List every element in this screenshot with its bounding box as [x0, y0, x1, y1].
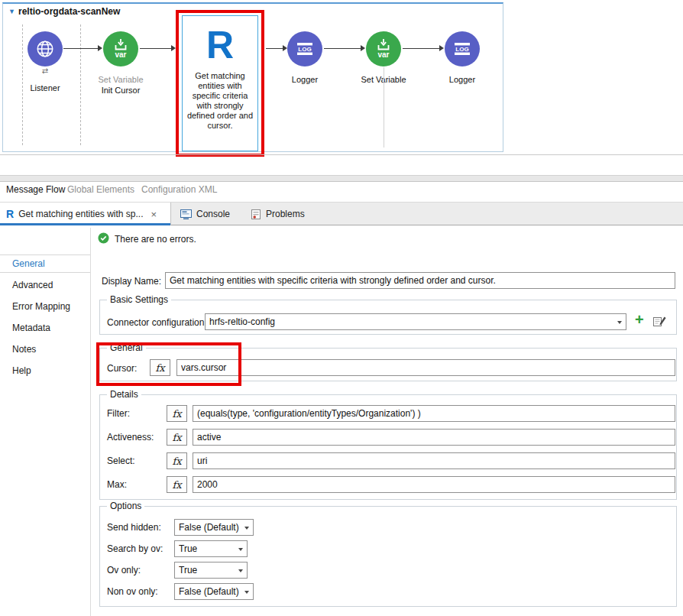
sidebar-item-general[interactable]: General	[12, 258, 45, 269]
flow-connector	[266, 48, 283, 49]
filter-fx-button[interactable]: fx	[167, 405, 187, 422]
send-hidden-value: False (Default)	[179, 522, 239, 533]
edit-config-button[interactable]	[653, 315, 666, 327]
tab-label: Problems	[266, 209, 305, 219]
add-config-button[interactable]: +	[635, 313, 644, 326]
flow-node-logger-1[interactable]: LOG Logger	[274, 31, 335, 84]
tab-label: Get matching entities with sp...	[18, 209, 143, 219]
ov-only-label: Ov only:	[107, 565, 141, 575]
max-label: Max:	[107, 479, 127, 490]
node-name-label: Init Cursor	[102, 86, 141, 95]
set-variable-icon: var	[103, 31, 138, 66]
svg-text:LOG: LOG	[455, 46, 468, 53]
select-fx-button[interactable]: fx	[167, 452, 187, 469]
non-ov-only-label: Non ov only:	[107, 586, 158, 597]
filter-label: Filter:	[107, 408, 130, 419]
cursor-label: Cursor:	[107, 363, 137, 374]
flow-connector	[324, 48, 361, 49]
select-input[interactable]	[193, 452, 675, 469]
sidebar-item-error-mapping[interactable]: Error Mapping	[12, 301, 70, 312]
sidebar-item-metadata[interactable]: Metadata	[12, 323, 50, 333]
send-hidden-select[interactable]: False (Default)	[174, 519, 254, 536]
arrow-into-tray-icon	[113, 39, 128, 50]
connector-configuration-select[interactable]: hrfs-reltio-config	[205, 313, 626, 330]
chevron-down-icon	[238, 548, 243, 551]
cursor-input[interactable]	[176, 359, 675, 376]
arrowhead-icon	[98, 45, 102, 51]
set-variable-icon: var	[366, 31, 401, 66]
general-legend: General	[107, 342, 146, 353]
max-fx-button[interactable]: fx	[167, 476, 187, 493]
console-icon	[180, 209, 192, 219]
sidebar-item-advanced[interactable]: Advanced	[12, 280, 53, 290]
tab-problems[interactable]: Problems	[243, 203, 312, 225]
sync-arrows-icon: ⇄	[42, 66, 48, 75]
tab-message-flow[interactable]: Message Flow	[6, 184, 65, 195]
status-message: There are no errors.	[115, 234, 196, 245]
filter-input[interactable]	[193, 405, 675, 422]
arrowhead-icon	[283, 45, 287, 51]
flow-node-reltio-get-matching-entities[interactable]: R Get matching entities with specific cr…	[182, 15, 258, 151]
drop-zone-line	[384, 67, 384, 148]
flow-connector	[140, 48, 171, 49]
tab-reltio-properties[interactable]: R Get matching entities with sp... ×	[0, 203, 171, 225]
chevron-down-icon	[244, 591, 249, 594]
flow-node-logger-2[interactable]: LOG Logger	[432, 31, 493, 84]
search-by-ov-value: True	[179, 543, 197, 554]
arrowhead-icon	[171, 45, 176, 51]
details-legend: Details	[107, 389, 141, 400]
canvas-bottom-border	[0, 154, 683, 155]
node-label: Listener	[30, 83, 60, 92]
flow-title: reltio-orgdata-scanNew	[18, 6, 120, 17]
flow-canvas[interactable]: ▼ reltio-orgdata-scanNew ⇄ Listener	[2, 2, 503, 152]
basic-settings-legend: Basic Settings	[107, 294, 171, 305]
tab-label: Console	[196, 209, 230, 219]
flow-node-set-variable-init-cursor[interactable]: var Set Variable Init Cursor	[90, 31, 151, 95]
no-errors-check-icon	[98, 232, 109, 244]
logger-icon: LOG	[287, 31, 322, 66]
sidebar-selection-line	[0, 272, 90, 273]
search-by-ov-label: Search by ov:	[107, 543, 163, 554]
svg-text:LOG: LOG	[298, 46, 311, 53]
sidebar-item-help[interactable]: Help	[12, 365, 31, 376]
listener-icon	[28, 31, 63, 66]
node-label: Get matching entities with specific crit…	[185, 71, 255, 131]
flow-node-listener[interactable]: ⇄ Listener	[15, 31, 76, 92]
flow-connector	[63, 48, 98, 49]
problems-icon	[251, 209, 261, 219]
activeness-label: Activeness:	[107, 432, 154, 443]
arrowhead-icon	[361, 45, 365, 51]
sidebar-item-notes[interactable]: Notes	[12, 344, 36, 355]
connector-configuration-label: Connector configuration:	[107, 317, 207, 328]
connector-configuration-value: hrfs-reltio-config	[209, 316, 275, 327]
max-input[interactable]	[193, 476, 675, 493]
tab-configuration-xml[interactable]: Configuration XML	[141, 184, 217, 195]
arrow-into-tray-icon	[376, 39, 391, 50]
flow-collapse-toggle-icon[interactable]: ▼	[8, 7, 15, 16]
non-ov-only-value: False (Default)	[179, 586, 239, 597]
arrowhead-icon	[439, 45, 444, 51]
tab-global-elements[interactable]: Global Elements	[67, 184, 134, 195]
search-by-ov-select[interactable]: True	[174, 540, 248, 557]
cursor-fx-button[interactable]: fx	[150, 359, 170, 376]
ov-only-value: True	[179, 565, 197, 575]
flow-connector	[403, 48, 439, 49]
close-icon[interactable]: ×	[151, 209, 157, 220]
tab-console[interactable]: Console	[173, 203, 238, 225]
source-boundary-line	[80, 24, 81, 145]
non-ov-only-select[interactable]: False (Default)	[174, 583, 254, 600]
node-label: Logger	[292, 75, 318, 84]
chevron-down-icon	[617, 321, 622, 324]
display-name-input[interactable]	[165, 272, 675, 289]
chevron-down-icon	[244, 527, 249, 530]
activeness-input[interactable]	[193, 429, 675, 446]
var-icon-text: var	[115, 51, 126, 59]
active-tab-underline	[0, 223, 170, 225]
ov-only-select[interactable]: True	[174, 562, 248, 579]
activeness-fx-button[interactable]: fx	[167, 429, 187, 446]
globe-icon	[35, 39, 55, 59]
chevron-down-icon	[238, 569, 243, 572]
reltio-icon: R	[6, 208, 14, 220]
anypoint-studio-window: ▼ reltio-orgdata-scanNew ⇄ Listener	[0, 0, 683, 616]
canvas-splitter[interactable]	[0, 175, 683, 182]
